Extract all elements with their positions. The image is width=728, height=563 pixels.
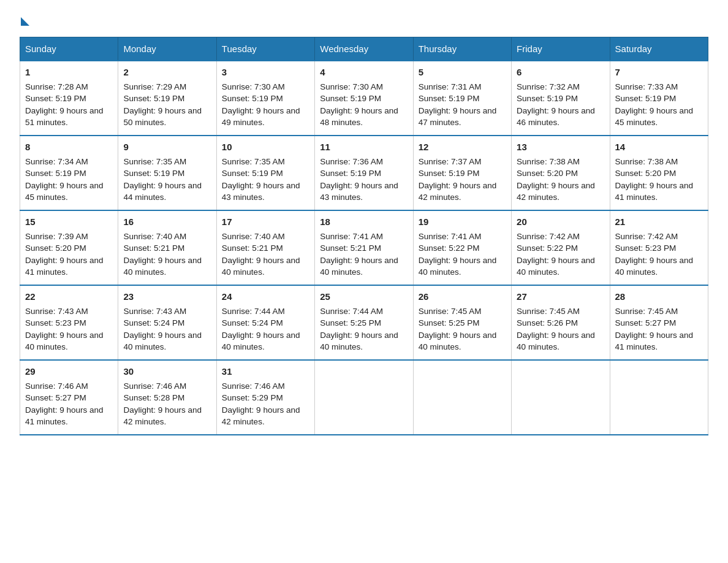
calendar-week-row: 22Sunrise: 7:43 AMSunset: 5:23 PMDayligh… bbox=[20, 285, 708, 360]
calendar-cell: 16Sunrise: 7:40 AMSunset: 5:21 PMDayligh… bbox=[118, 210, 216, 285]
weekday-header-thursday: Thursday bbox=[413, 37, 511, 61]
page-header bbox=[20, 15, 708, 26]
day-number: 20 bbox=[517, 215, 604, 229]
day-number: 9 bbox=[123, 140, 211, 154]
calendar-cell: 31Sunrise: 7:46 AMSunset: 5:29 PMDayligh… bbox=[216, 360, 314, 435]
calendar-cell: 11Sunrise: 7:36 AMSunset: 5:19 PMDayligh… bbox=[315, 136, 413, 210]
calendar-cell: 18Sunrise: 7:41 AMSunset: 5:21 PMDayligh… bbox=[315, 210, 413, 285]
calendar-week-row: 1Sunrise: 7:28 AMSunset: 5:19 PMDaylight… bbox=[20, 61, 708, 136]
day-number: 1 bbox=[25, 66, 113, 79]
calendar-cell: 13Sunrise: 7:38 AMSunset: 5:20 PMDayligh… bbox=[512, 136, 610, 210]
day-number: 30 bbox=[123, 365, 211, 378]
day-number: 23 bbox=[123, 290, 211, 304]
calendar-cell bbox=[512, 360, 610, 435]
calendar-cell: 24Sunrise: 7:44 AMSunset: 5:24 PMDayligh… bbox=[216, 285, 314, 360]
calendar-cell: 20Sunrise: 7:42 AMSunset: 5:22 PMDayligh… bbox=[512, 210, 610, 285]
day-number: 21 bbox=[615, 215, 703, 229]
calendar-cell: 12Sunrise: 7:37 AMSunset: 5:19 PMDayligh… bbox=[413, 136, 511, 210]
weekday-header-sunday: Sunday bbox=[20, 37, 118, 61]
day-number: 3 bbox=[222, 66, 309, 79]
day-number: 29 bbox=[25, 365, 113, 378]
calendar-cell: 15Sunrise: 7:39 AMSunset: 5:20 PMDayligh… bbox=[20, 210, 118, 285]
calendar-cell: 19Sunrise: 7:41 AMSunset: 5:22 PMDayligh… bbox=[413, 210, 511, 285]
calendar-week-row: 29Sunrise: 7:46 AMSunset: 5:27 PMDayligh… bbox=[20, 360, 708, 435]
calendar-cell: 27Sunrise: 7:45 AMSunset: 5:26 PMDayligh… bbox=[512, 285, 610, 360]
calendar-cell: 10Sunrise: 7:35 AMSunset: 5:19 PMDayligh… bbox=[216, 136, 314, 210]
weekday-header-wednesday: Wednesday bbox=[315, 37, 413, 61]
day-number: 12 bbox=[419, 140, 506, 154]
day-number: 18 bbox=[320, 215, 408, 229]
calendar-cell bbox=[413, 360, 511, 435]
calendar-cell: 25Sunrise: 7:44 AMSunset: 5:25 PMDayligh… bbox=[315, 285, 413, 360]
calendar-cell: 2Sunrise: 7:29 AMSunset: 5:19 PMDaylight… bbox=[118, 61, 216, 136]
day-number: 5 bbox=[419, 66, 506, 79]
weekday-header-monday: Monday bbox=[118, 37, 216, 61]
day-number: 10 bbox=[222, 140, 309, 154]
calendar-cell: 26Sunrise: 7:45 AMSunset: 5:25 PMDayligh… bbox=[413, 285, 511, 360]
calendar-cell: 3Sunrise: 7:30 AMSunset: 5:19 PMDaylight… bbox=[216, 61, 314, 136]
calendar-cell: 5Sunrise: 7:31 AMSunset: 5:19 PMDaylight… bbox=[413, 61, 511, 136]
calendar-cell: 6Sunrise: 7:32 AMSunset: 5:19 PMDaylight… bbox=[512, 61, 610, 136]
day-number: 19 bbox=[419, 215, 506, 229]
weekday-header-row: SundayMondayTuesdayWednesdayThursdayFrid… bbox=[20, 37, 708, 61]
day-number: 11 bbox=[320, 140, 408, 154]
day-number: 15 bbox=[25, 215, 113, 229]
calendar-cell: 30Sunrise: 7:46 AMSunset: 5:28 PMDayligh… bbox=[118, 360, 216, 435]
calendar-week-row: 8Sunrise: 7:34 AMSunset: 5:19 PMDaylight… bbox=[20, 136, 708, 210]
weekday-header-tuesday: Tuesday bbox=[216, 37, 314, 61]
calendar-cell: 9Sunrise: 7:35 AMSunset: 5:19 PMDaylight… bbox=[118, 136, 216, 210]
day-number: 6 bbox=[517, 66, 604, 79]
calendar-cell: 8Sunrise: 7:34 AMSunset: 5:19 PMDaylight… bbox=[20, 136, 118, 210]
calendar-cell: 4Sunrise: 7:30 AMSunset: 5:19 PMDaylight… bbox=[315, 61, 413, 136]
day-number: 13 bbox=[517, 140, 604, 154]
day-number: 28 bbox=[615, 290, 703, 304]
weekday-header-saturday: Saturday bbox=[610, 37, 708, 61]
calendar-cell: 21Sunrise: 7:42 AMSunset: 5:23 PMDayligh… bbox=[610, 210, 708, 285]
calendar-cell: 22Sunrise: 7:43 AMSunset: 5:23 PMDayligh… bbox=[20, 285, 118, 360]
calendar-cell bbox=[315, 360, 413, 435]
calendar-cell: 14Sunrise: 7:38 AMSunset: 5:20 PMDayligh… bbox=[610, 136, 708, 210]
logo-arrow-icon bbox=[21, 17, 29, 26]
calendar-cell: 7Sunrise: 7:33 AMSunset: 5:19 PMDaylight… bbox=[610, 61, 708, 136]
calendar-cell: 29Sunrise: 7:46 AMSunset: 5:27 PMDayligh… bbox=[20, 360, 118, 435]
calendar-cell: 1Sunrise: 7:28 AMSunset: 5:19 PMDaylight… bbox=[20, 61, 118, 136]
logo bbox=[20, 15, 29, 26]
day-number: 16 bbox=[123, 215, 211, 229]
day-number: 25 bbox=[320, 290, 408, 304]
day-number: 22 bbox=[25, 290, 113, 304]
calendar-cell: 23Sunrise: 7:43 AMSunset: 5:24 PMDayligh… bbox=[118, 285, 216, 360]
day-number: 24 bbox=[222, 290, 309, 304]
day-number: 31 bbox=[222, 365, 309, 378]
calendar-cell: 28Sunrise: 7:45 AMSunset: 5:27 PMDayligh… bbox=[610, 285, 708, 360]
day-number: 4 bbox=[320, 66, 408, 79]
day-number: 27 bbox=[517, 290, 604, 304]
day-number: 26 bbox=[419, 290, 506, 304]
calendar-cell bbox=[610, 360, 708, 435]
day-number: 8 bbox=[25, 140, 113, 154]
calendar-cell: 17Sunrise: 7:40 AMSunset: 5:21 PMDayligh… bbox=[216, 210, 314, 285]
day-number: 17 bbox=[222, 215, 309, 229]
calendar-table: SundayMondayTuesdayWednesdayThursdayFrid… bbox=[20, 37, 708, 435]
day-number: 14 bbox=[615, 140, 703, 154]
day-number: 7 bbox=[615, 66, 703, 79]
calendar-week-row: 15Sunrise: 7:39 AMSunset: 5:20 PMDayligh… bbox=[20, 210, 708, 285]
day-number: 2 bbox=[123, 66, 211, 79]
weekday-header-friday: Friday bbox=[512, 37, 610, 61]
